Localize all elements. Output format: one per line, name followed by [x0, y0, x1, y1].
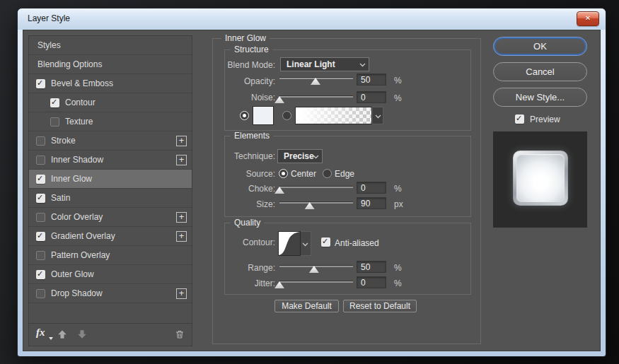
- sidebar-item-color-overlay[interactable]: Color Overlay +: [29, 208, 192, 227]
- check-icon: ✓: [516, 114, 522, 123]
- make-default-button[interactable]: Make Default: [274, 300, 339, 312]
- group-legend: Quality: [231, 218, 264, 228]
- glow-color-radio[interactable]: [240, 111, 249, 120]
- range-input[interactable]: [357, 261, 386, 273]
- reset-to-default-button[interactable]: Reset to Default: [343, 300, 417, 312]
- sidebar-item-label: Styles: [37, 36, 61, 54]
- sidebar-item-styles[interactable]: Styles: [29, 36, 192, 55]
- add-effect-button[interactable]: +: [176, 155, 187, 165]
- check-icon: ✓: [37, 193, 43, 202]
- checkbox-checked-icon[interactable]: ✓: [50, 98, 59, 107]
- sidebar-item-label: Inner Glow: [51, 170, 92, 188]
- choke-slider[interactable]: [279, 184, 353, 195]
- layer-style-dialog: Layer Style ✕ Styles Blending Options ✓ …: [18, 8, 606, 356]
- delete-effect-trash-icon[interactable]: [175, 329, 185, 339]
- opacity-input[interactable]: [357, 74, 386, 86]
- checkbox-checked-icon[interactable]: ✓: [36, 79, 45, 88]
- checkbox-unchecked-icon[interactable]: [50, 117, 59, 127]
- checkbox-checked-icon[interactable]: ✓: [36, 175, 45, 184]
- range-slider[interactable]: [279, 263, 353, 274]
- sidebar-item-bevel-emboss[interactable]: ✓ Bevel & Emboss: [29, 74, 192, 93]
- anti-aliased-checkbox[interactable]: ✓: [321, 237, 330, 247]
- new-style-button[interactable]: New Style...: [493, 88, 587, 107]
- panel-title: Inner Glow: [221, 33, 270, 43]
- preview-checkbox[interactable]: ✓: [515, 115, 524, 124]
- quality-group: Quality Contour: ✓ Anti-aliased Range:: [224, 223, 471, 295]
- fx-menu-button[interactable]: fx: [36, 327, 45, 339]
- sidebar-item-label: Bevel & Emboss: [51, 74, 113, 93]
- size-input[interactable]: [357, 197, 386, 209]
- sidebar-item-blending-options[interactable]: Blending Options: [29, 55, 192, 74]
- ok-button[interactable]: OK: [493, 37, 587, 56]
- checkbox-unchecked-icon[interactable]: [36, 155, 45, 165]
- sidebar-item-outer-glow[interactable]: ✓ Outer Glow: [29, 265, 192, 284]
- sidebar-item-drop-shadow[interactable]: Drop Shadow +: [29, 284, 192, 303]
- jitter-unit: %: [394, 278, 402, 288]
- move-effect-up-icon[interactable]: [57, 329, 67, 339]
- close-button[interactable]: ✕: [577, 11, 599, 26]
- add-effect-button[interactable]: +: [176, 136, 187, 146]
- sidebar-item-gradient-overlay[interactable]: ✓ Gradient Overlay +: [29, 227, 192, 246]
- jitter-slider[interactable]: [279, 278, 353, 290]
- sidebar-item-inner-shadow[interactable]: Inner Shadow +: [29, 151, 192, 170]
- size-unit: px: [394, 199, 403, 209]
- range-label: Range:: [225, 263, 275, 273]
- chevron-down-icon: [359, 63, 366, 67]
- checkbox-checked-icon[interactable]: ✓: [36, 232, 45, 241]
- check-icon: ✓: [37, 269, 43, 278]
- sidebar-item-inner-glow[interactable]: ✓ Inner Glow: [29, 170, 192, 189]
- add-effect-button[interactable]: +: [176, 288, 187, 299]
- sidebar-item-contour[interactable]: ✓ Contour: [29, 93, 192, 112]
- cancel-button[interactable]: Cancel: [493, 62, 587, 81]
- noise-input[interactable]: [357, 91, 386, 103]
- checkbox-unchecked-icon[interactable]: [36, 251, 45, 260]
- technique-dropdown[interactable]: Precise: [277, 149, 323, 163]
- chevron-down-icon: [375, 115, 381, 119]
- sidebar-item-texture[interactable]: Texture: [29, 112, 192, 131]
- add-effect-button[interactable]: +: [176, 212, 187, 223]
- checkbox-unchecked-icon[interactable]: [36, 213, 45, 222]
- blend-mode-dropdown[interactable]: Linear Light: [280, 57, 369, 71]
- chevron-down-icon: [302, 242, 308, 247]
- sidebar-item-label: Color Overlay: [51, 208, 103, 226]
- size-label: Size:: [225, 199, 275, 209]
- choke-input[interactable]: [357, 182, 386, 194]
- check-icon: ✓: [37, 174, 43, 183]
- contour-thumbnail[interactable]: [278, 231, 301, 256]
- check-icon: ✓: [322, 237, 328, 246]
- add-effect-button[interactable]: +: [176, 231, 187, 242]
- jitter-input[interactable]: [357, 276, 386, 288]
- glow-color-swatch[interactable]: [253, 106, 274, 125]
- checkbox-unchecked-icon[interactable]: [36, 289, 45, 298]
- preview-toggle-row: ✓ Preview: [493, 115, 587, 124]
- preview-glossy-face: [516, 154, 565, 202]
- source-center-radio[interactable]: [279, 169, 288, 178]
- noise-slider[interactable]: [279, 93, 353, 105]
- titlebar[interactable]: Layer Style ✕: [18, 8, 606, 30]
- style-preview-thumbnail: [493, 131, 587, 228]
- source-edge-radio[interactable]: [323, 169, 332, 178]
- checkbox-checked-icon[interactable]: ✓: [36, 270, 45, 279]
- glow-gradient-radio[interactable]: [282, 111, 291, 120]
- sidebar-item-pattern-overlay[interactable]: Pattern Overlay: [29, 246, 192, 265]
- checkbox-unchecked-icon[interactable]: [36, 136, 45, 146]
- contour-label: Contour:: [225, 237, 275, 247]
- close-icon: ✕: [585, 14, 591, 22]
- gradient-picker-button[interactable]: [372, 107, 383, 124]
- glow-gradient-bar[interactable]: [295, 107, 372, 124]
- sidebar-item-label: Gradient Overlay: [51, 227, 115, 245]
- styles-list-footer: fx: [29, 323, 192, 346]
- checkbox-checked-icon[interactable]: ✓: [36, 194, 45, 203]
- move-effect-down-icon[interactable]: [77, 329, 87, 339]
- choke-unit: %: [394, 184, 402, 194]
- contour-dropdown-button[interactable]: [301, 231, 311, 256]
- opacity-slider[interactable]: [279, 75, 353, 86]
- sidebar-item-stroke[interactable]: Stroke +: [29, 131, 192, 151]
- elements-group: Elements Technique: Precise Source: Cent…: [224, 136, 471, 217]
- group-legend: Elements: [231, 131, 273, 141]
- sidebar-item-satin[interactable]: ✓ Satin: [29, 189, 192, 208]
- contour-picker[interactable]: [278, 231, 311, 256]
- check-icon: ✓: [51, 98, 57, 107]
- source-center-label: Center: [291, 169, 316, 179]
- size-slider[interactable]: [279, 199, 353, 211]
